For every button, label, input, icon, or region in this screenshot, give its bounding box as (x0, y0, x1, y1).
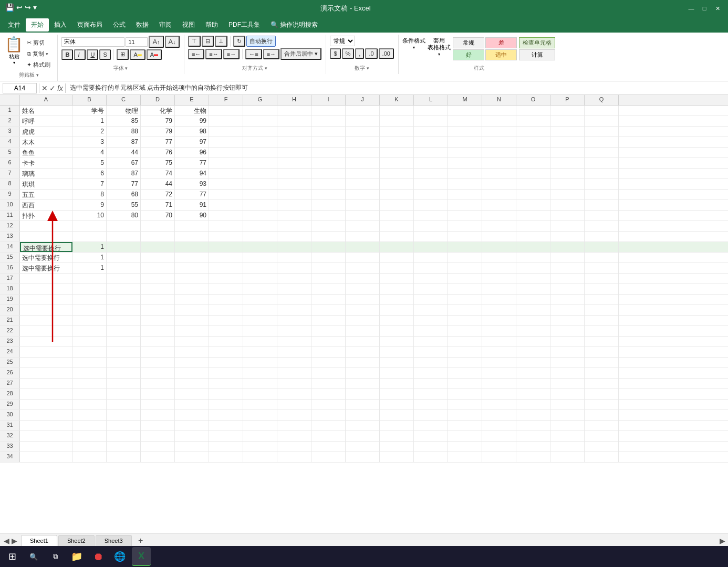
cell-O9[interactable] (516, 190, 550, 200)
cell-I15[interactable] (311, 253, 346, 262)
bold-button[interactable]: B (61, 49, 73, 60)
cell-Q5[interactable] (585, 148, 619, 158)
cell-G12[interactable] (243, 221, 277, 231)
close-button[interactable]: ✕ (712, 3, 723, 14)
cell-F6[interactable] (209, 158, 243, 168)
cell-K13[interactable] (380, 232, 414, 242)
cell-F4[interactable] (209, 137, 243, 147)
col-header-M[interactable]: M (448, 95, 482, 105)
col-header-N[interactable]: N (482, 95, 516, 105)
cell-D17[interactable] (141, 274, 175, 284)
row-number[interactable]: 29 (0, 400, 20, 410)
cell-D29[interactable] (141, 400, 175, 410)
cell-L12[interactable] (414, 221, 448, 231)
cell-B16[interactable]: 1 (72, 263, 107, 273)
cell-B19[interactable] (72, 295, 107, 304)
cell-B2[interactable]: 1 (72, 116, 107, 126)
cell-B10[interactable]: 9 (72, 200, 107, 210)
cell-I12[interactable] (311, 221, 346, 231)
cell-K11[interactable] (380, 211, 414, 220)
cell-A16[interactable]: 选中需要换行 (20, 263, 72, 273)
cell-C22[interactable] (107, 326, 141, 336)
cell-L3[interactable] (414, 127, 448, 136)
cell-J13[interactable] (346, 232, 380, 242)
taskview-button[interactable]: ⧉ (46, 547, 65, 566)
cell-E5[interactable]: 96 (175, 148, 209, 158)
menu-home[interactable]: 开始 (26, 18, 49, 32)
cell-P7[interactable] (550, 169, 585, 178)
cell-E25[interactable] (175, 358, 209, 368)
cell-L5[interactable] (414, 148, 448, 158)
menu-formula[interactable]: 公式 (108, 18, 131, 32)
row-number[interactable]: 2 (0, 116, 20, 126)
cell-K14[interactable] (380, 242, 414, 252)
col-header-D[interactable]: D (141, 95, 175, 105)
cell-G7[interactable] (243, 169, 277, 178)
table-format-button[interactable]: 套用表格格式 ▾ (428, 37, 451, 57)
row-number[interactable]: 23 (0, 337, 20, 346)
cell-E4[interactable]: 97 (175, 137, 209, 147)
cell-B13[interactable] (72, 232, 107, 242)
cell-D23[interactable] (141, 337, 175, 346)
conditional-format-button[interactable]: 条件格式 ▾ (402, 37, 425, 50)
cell-L9[interactable] (414, 190, 448, 200)
cell-Q3[interactable] (585, 127, 619, 136)
cell-B30[interactable] (72, 410, 107, 420)
cell-D26[interactable] (141, 368, 175, 378)
cell-M3[interactable] (448, 127, 482, 136)
cell-O13[interactable] (516, 232, 550, 242)
cell-O1[interactable] (516, 106, 550, 116)
cell-P6[interactable] (550, 158, 585, 168)
cell-C9[interactable]: 68 (107, 190, 141, 200)
row-number[interactable]: 30 (0, 410, 20, 420)
cell-E2[interactable]: 99 (175, 116, 209, 126)
cell-H2[interactable] (277, 116, 311, 126)
cell-C28[interactable] (107, 389, 141, 399)
cell-A23[interactable] (20, 337, 72, 346)
cell-A22[interactable] (20, 326, 72, 336)
sheet-prev-button[interactable]: ◀ (3, 537, 11, 545)
row-number[interactable]: 10 (0, 200, 20, 210)
cell-H6[interactable] (277, 158, 311, 168)
cell-P12[interactable] (550, 221, 585, 231)
cell-D6[interactable]: 75 (141, 158, 175, 168)
decrease-decimal-button[interactable]: .00 (379, 48, 394, 59)
row-number[interactable]: 24 (0, 347, 20, 357)
cell-H12[interactable] (277, 221, 311, 231)
right-align-button[interactable]: ≡→ (223, 49, 240, 59)
cell-H9[interactable] (277, 190, 311, 200)
currency-button[interactable]: $ (330, 48, 340, 59)
cell-J14[interactable] (346, 242, 380, 252)
cell-O11[interactable] (516, 211, 550, 220)
cell-A13[interactable] (20, 232, 72, 242)
cell-E16[interactable] (175, 263, 209, 273)
cell-H3[interactable] (277, 127, 311, 136)
row-number[interactable]: 28 (0, 389, 20, 399)
cell-M15[interactable] (448, 253, 482, 262)
middle-align-button[interactable]: ⊟ (202, 36, 214, 47)
cell-E3[interactable]: 98 (175, 127, 209, 136)
cell-B1[interactable]: 学号 (72, 106, 107, 116)
cell-P2[interactable] (550, 116, 585, 126)
cell-I1[interactable] (311, 106, 346, 116)
cell-I13[interactable] (311, 232, 346, 242)
cell-L2[interactable] (414, 116, 448, 126)
cell-G16[interactable] (243, 263, 277, 273)
cell-L15[interactable] (414, 253, 448, 262)
cell-B28[interactable] (72, 389, 107, 399)
cell-I14[interactable] (311, 242, 346, 252)
cell-J15[interactable] (346, 253, 380, 262)
cell-E11[interactable]: 90 (175, 211, 209, 220)
cell-K8[interactable] (380, 179, 414, 189)
top-align-button[interactable]: ⊤ (188, 36, 201, 47)
cell-K5[interactable] (380, 148, 414, 158)
cell-E31[interactable] (175, 421, 209, 430)
cell-N6[interactable] (482, 158, 516, 168)
cell-Q6[interactable] (585, 158, 619, 168)
col-header-O[interactable]: O (516, 95, 550, 105)
cell-B34[interactable] (72, 452, 107, 462)
col-header-J[interactable]: J (346, 95, 380, 105)
maximize-button[interactable]: □ (699, 3, 710, 14)
cell-J11[interactable] (346, 211, 380, 220)
cell-N3[interactable] (482, 127, 516, 136)
